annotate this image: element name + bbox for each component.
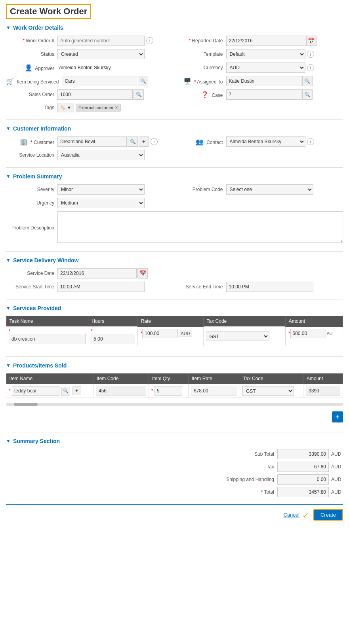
horizontal-scrollbar[interactable] [6, 403, 343, 406]
item-serviced-input[interactable]: Cars [62, 76, 137, 86]
shipping-handling-input[interactable]: 0.00 [277, 474, 329, 485]
product-item-name-input[interactable] [12, 386, 59, 396]
tags-col: Tags 🏷️ ▼ External customer × [6, 103, 343, 112]
summary-section-header[interactable]: ▼ Summary Section [6, 438, 343, 444]
add-product-row-button[interactable]: + [332, 411, 343, 422]
work-order-info-icon[interactable]: i [146, 37, 153, 44]
service-delivery-header[interactable]: ▼ Service Delivery Window [6, 257, 343, 263]
severity-select[interactable]: Minor [57, 184, 145, 195]
severity-problemcode-row: Severity Minor Problem Code Select one [6, 184, 343, 195]
tag-external-customer: External customer × [76, 104, 121, 112]
tax-input[interactable]: 67.80 [277, 462, 329, 472]
service-end-time-input[interactable]: 10:00 PM [226, 282, 313, 292]
service-tax-code-select[interactable]: GST [206, 331, 269, 341]
customer-input[interactable]: Dreamland Bowl [57, 136, 127, 147]
status-select[interactable]: Created [57, 49, 145, 59]
assigned-to-input[interactable]: Katie Dustin [226, 76, 301, 86]
reported-date-calendar-icon[interactable]: 📅 [306, 36, 317, 46]
case-input[interactable]: 7 [226, 89, 301, 100]
sales-order-search-icon[interactable]: 🔍 [133, 89, 144, 100]
reported-date-input[interactable]: 22/12/2016 [226, 36, 305, 46]
chevron-icon: ▼ [6, 258, 11, 263]
problem-code-select[interactable]: Select one [226, 184, 313, 195]
product-item-name-cell: * 🔍 + [6, 384, 93, 398]
customer-field: Dreamland Bowl 🔍 + i [57, 136, 175, 147]
customer-search-icon[interactable]: 🔍 [128, 136, 138, 147]
create-button[interactable]: Create [313, 509, 343, 521]
template-select[interactable]: Default [226, 49, 305, 59]
template-info-icon[interactable]: i [307, 51, 314, 58]
sub-total-input[interactable]: 3390.00 [277, 449, 329, 459]
cancel-button[interactable]: Cancel [284, 512, 299, 518]
work-order-number-field: i [57, 36, 175, 46]
product-amount-input[interactable] [306, 386, 340, 396]
product-item-name-search-icon[interactable]: 🔍 [61, 387, 70, 396]
assigned-to-field: Katie Dustin 🔍 [226, 76, 343, 86]
service-date-input[interactable]: 22/12/2016 [57, 268, 137, 278]
template-field: Default i [226, 49, 343, 59]
product-item-name-add-icon[interactable]: + [72, 386, 81, 395]
urgency-select[interactable]: Medium [57, 198, 145, 208]
service-amount-input[interactable] [290, 329, 326, 338]
case-search-icon[interactable]: 🔍 [302, 89, 313, 100]
section-label: Service Delivery Window [13, 257, 79, 263]
section-label: Customer Information [13, 125, 71, 132]
product-item-code-input[interactable] [96, 386, 146, 396]
services-provided-header[interactable]: ▼ Services Provided [6, 305, 343, 311]
case-col: ❓ Case 7 🔍 [175, 89, 343, 100]
total-input[interactable]: 3457.80 [277, 487, 329, 497]
problem-code-col: Problem Code Select one [175, 184, 343, 195]
section-divider-4 [6, 299, 343, 299]
assigned-icon: 🖥️ [183, 78, 191, 85]
service-location-col: Service Location Australia [6, 150, 343, 160]
customer-add-icon[interactable]: + [139, 136, 149, 147]
service-end-time-label: Service End Time [175, 284, 226, 290]
services-table: Task Name Hours Rate Tax Code Amount * [6, 316, 343, 346]
currency-col: Currency AUD i [175, 63, 343, 73]
product-item-rate-input[interactable] [191, 386, 237, 396]
service-date-calendar-icon[interactable]: 📅 [137, 268, 148, 278]
sales-order-input[interactable]: 1000 [57, 89, 133, 100]
contact-icon: 👥 [196, 138, 204, 145]
col-amount: Amount [303, 373, 343, 384]
item-serviced-search-icon[interactable]: 🔍 [138, 76, 148, 86]
currency-field: AUD i [226, 63, 343, 73]
products-items-sold-header[interactable]: ▼ Products/Items Sold [6, 362, 343, 369]
work-order-details-header[interactable]: ▼ Work Order Details [6, 25, 343, 31]
service-start-time-input[interactable]: 10:00 AM [57, 282, 145, 292]
col-amount: Amount [285, 316, 343, 327]
col-item-name: Item Name [6, 373, 93, 384]
assigned-to-search-icon[interactable]: 🔍 [302, 76, 313, 86]
work-order-number-input[interactable] [57, 36, 145, 46]
currency-info-icon[interactable]: i [307, 64, 314, 71]
tags-dropdown[interactable]: 🏷️ ▼ [57, 103, 74, 112]
tag-close-icon[interactable]: × [115, 105, 118, 110]
service-rate-cell: * AUD [138, 327, 203, 340]
service-task-name-input[interactable] [9, 334, 86, 344]
section-label: Products/Items Sold [13, 362, 67, 369]
section-label: Summary Section [13, 438, 60, 444]
tags-field: 🏷️ ▼ External customer × [57, 103, 343, 112]
service-rate-currency: AUD [179, 330, 192, 337]
services-provided-section: ▼ Services Provided Task Name Hours Rate… [6, 305, 343, 349]
col-hours: Hours [88, 316, 137, 327]
service-location-select[interactable]: Australia [57, 150, 145, 160]
scrollbar-thumb[interactable] [14, 403, 38, 406]
customer-info-icon[interactable]: i [151, 138, 158, 145]
service-rate-input[interactable] [142, 329, 178, 338]
contact-info-icon[interactable]: i [307, 138, 314, 145]
problem-description-textarea[interactable] [57, 211, 343, 243]
problem-summary-header[interactable]: ▼ Problem Summary [6, 173, 343, 180]
service-hours-input[interactable] [91, 334, 135, 344]
product-item-qty-input[interactable] [154, 386, 182, 396]
customer-icon: 🏢 [20, 138, 28, 145]
service-location-label: Service Location [6, 152, 57, 158]
urgency-label: Urgency [6, 200, 57, 206]
problem-description-row: Problem Description [6, 211, 343, 244]
approver-currency-row: 👤 Approver Almeida Benton Skursky Curren… [6, 63, 343, 73]
contact-select[interactable]: Almeida Benton Skursky [226, 136, 305, 147]
product-tax-code-select[interactable]: GST [242, 386, 294, 396]
currency-select[interactable]: AUD [226, 63, 305, 73]
problem-description-label: Problem Description [6, 225, 57, 231]
customer-info-header[interactable]: ▼ Customer Information [6, 125, 343, 132]
